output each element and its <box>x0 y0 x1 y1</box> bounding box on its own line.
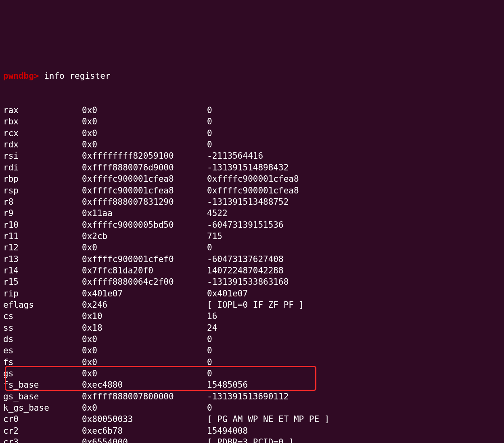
register-hex: 0x0 <box>82 402 207 414</box>
register-dec: 0xffffc900001cfea8 <box>207 173 501 185</box>
register-row: rdi0xffff8880076d9000-131391514898432 <box>3 162 501 173</box>
register-hex: 0xffff888007800000 <box>82 391 207 402</box>
register-row: cr00x80050033[ PG AM WP NE ET MP PE ] <box>3 414 501 425</box>
register-name: rip <box>3 288 82 299</box>
register-name: ds <box>3 334 82 345</box>
register-row: rcx0x00 <box>3 128 501 139</box>
register-dec: 140722487042288 <box>207 265 501 276</box>
register-row: r120x00 <box>3 242 501 253</box>
register-row: r90x11aa4522 <box>3 208 501 219</box>
register-row: r80xffff888007831290-131391513488752 <box>3 196 501 208</box>
register-name: fs <box>3 357 82 368</box>
register-name: rbp <box>3 173 82 185</box>
register-hex: 0x246 <box>82 299 207 311</box>
register-row: rax0x00 <box>3 105 501 116</box>
register-dec: 15494008 <box>207 425 501 437</box>
register-name: eflags <box>3 299 82 311</box>
register-hex: 0xffffc9000005bd50 <box>82 219 207 231</box>
register-row: fs0x00 <box>3 357 501 368</box>
register-name: r12 <box>3 242 82 253</box>
register-dec: -60473139151536 <box>207 219 501 231</box>
register-hex: 0xffff8880076d9000 <box>82 162 207 173</box>
register-name: gs <box>3 368 82 379</box>
register-name: rdi <box>3 162 82 173</box>
register-hex: 0x0 <box>82 116 207 127</box>
register-dec: -131391514898432 <box>207 162 501 173</box>
register-name: ss <box>3 322 82 334</box>
register-hex: 0x7ffc81da20f0 <box>82 265 207 276</box>
register-row: r110x2cb715 <box>3 231 501 242</box>
register-dec: 0xffffc900001cfea8 <box>207 185 501 196</box>
register-dec: 0 <box>207 116 501 127</box>
register-name: rdx <box>3 139 82 150</box>
register-dec: 0x401e07 <box>207 288 501 299</box>
register-row: rsp0xffffc900001cfea80xffffc900001cfea8 <box>3 185 501 196</box>
register-row: cr30x6554000[ PDBR=3 PCID=0 ] <box>3 437 501 443</box>
register-hex: 0x0 <box>82 334 207 345</box>
register-dec: -60473137627408 <box>207 254 501 265</box>
register-dec: 0 <box>207 242 501 253</box>
register-name: r8 <box>3 196 82 208</box>
register-row: k_gs_base0x00 <box>3 402 501 414</box>
register-name: r9 <box>3 208 82 219</box>
register-row: r140x7ffc81da20f0140722487042288 <box>3 265 501 276</box>
register-dec: 4522 <box>207 208 501 219</box>
register-dec: 0 <box>207 334 501 345</box>
register-hex: 0x18 <box>82 322 207 334</box>
register-hex: 0xffffffff82059100 <box>82 150 207 162</box>
register-row: rbx0x00 <box>3 116 501 127</box>
register-hex: 0xec4880 <box>82 379 207 391</box>
register-hex: 0x401e07 <box>82 288 207 299</box>
prompt: pwndbg> <box>3 71 39 81</box>
register-dec: 0 <box>207 402 501 414</box>
register-hex: 0xffffc900001cfef0 <box>82 254 207 265</box>
register-hex: 0xffffc900001cfea8 <box>82 173 207 185</box>
register-name: es <box>3 345 82 356</box>
register-name: cs <box>3 311 82 322</box>
register-hex: 0x0 <box>82 139 207 150</box>
register-row: es0x00 <box>3 345 501 356</box>
register-row: r130xffffc900001cfef0-60473137627408 <box>3 254 501 265</box>
register-name: r11 <box>3 231 82 242</box>
register-name: r10 <box>3 219 82 231</box>
register-hex: 0x0 <box>82 357 207 368</box>
register-hex: 0x6554000 <box>82 437 207 443</box>
register-row: fs_base0xec488015485056 <box>3 379 501 391</box>
register-dec: 24 <box>207 322 501 334</box>
register-list: rax0x00rbx0x00rcx0x00rdx0x00rsi0xfffffff… <box>3 105 501 443</box>
register-row: cr20xec6b7815494008 <box>3 425 501 437</box>
register-dec: [ PG AM WP NE ET MP PE ] <box>207 414 501 425</box>
register-dec: [ PDBR=3 PCID=0 ] <box>207 437 501 443</box>
terminal-output[interactable]: pwndbg> info register rax0x00rbx0x00rcx0… <box>3 47 501 443</box>
register-row: ds0x00 <box>3 334 501 345</box>
register-row: ss0x1824 <box>3 322 501 334</box>
register-name: fs_base <box>3 379 82 391</box>
register-name: rsi <box>3 150 82 162</box>
register-dec: -131391513690112 <box>207 391 501 402</box>
register-hex: 0xec6b78 <box>82 425 207 437</box>
register-row: eflags0x246[ IOPL=0 IF ZF PF ] <box>3 299 501 311</box>
register-row: rsi0xffffffff82059100-2113564416 <box>3 150 501 162</box>
register-row: rdx0x00 <box>3 139 501 150</box>
register-dec: 15485056 <box>207 379 501 391</box>
register-name: r14 <box>3 265 82 276</box>
register-name: r13 <box>3 254 82 265</box>
register-row: r100xffffc9000005bd50-60473139151536 <box>3 219 501 231</box>
register-dec: 715 <box>207 231 501 242</box>
register-hex: 0x0 <box>82 345 207 356</box>
register-hex: 0x0 <box>82 368 207 379</box>
register-hex: 0x0 <box>82 105 207 116</box>
register-dec: 0 <box>207 357 501 368</box>
register-name: rbx <box>3 116 82 127</box>
register-name: cr0 <box>3 414 82 425</box>
register-hex: 0x10 <box>82 311 207 322</box>
register-name: cr3 <box>3 437 82 443</box>
register-hex: 0xffffc900001cfea8 <box>82 185 207 196</box>
register-name: r15 <box>3 276 82 288</box>
register-name: k_gs_base <box>3 402 82 414</box>
register-dec: 0 <box>207 139 501 150</box>
register-row: gs0x00 <box>3 368 501 379</box>
register-dec: -2113564416 <box>207 150 501 162</box>
register-hex: 0x2cb <box>82 231 207 242</box>
register-dec: -131391533863168 <box>207 276 501 288</box>
